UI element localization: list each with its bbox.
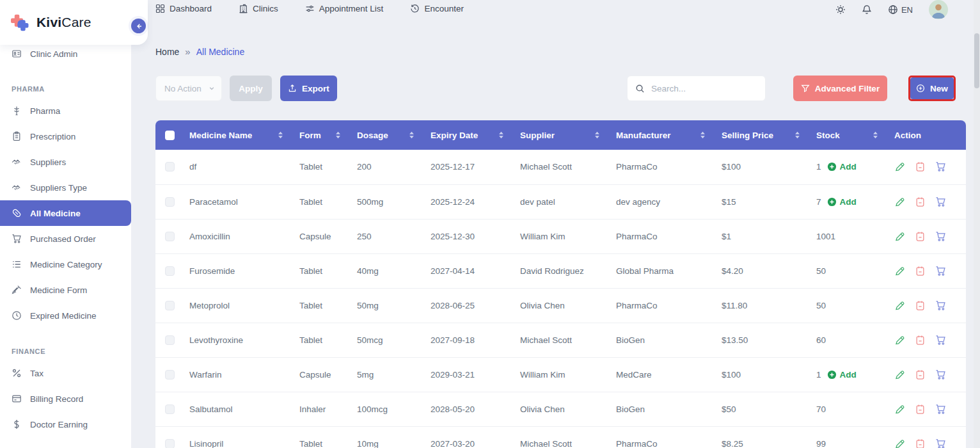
- edit-button[interactable]: [894, 300, 905, 311]
- sort-icon[interactable]: [278, 131, 283, 139]
- language-selector[interactable]: EN: [888, 4, 913, 15]
- edit-button[interactable]: [894, 438, 905, 448]
- column-header-form[interactable]: Form: [291, 131, 349, 140]
- sort-icon[interactable]: [794, 131, 800, 139]
- advanced-filter-button[interactable]: Advanced Filter: [793, 76, 887, 101]
- cell-medicine-name: df: [181, 150, 291, 184]
- sidebar-item-tax[interactable]: Tax: [0, 360, 131, 386]
- edit-button[interactable]: [894, 231, 905, 242]
- purchase-cart-button[interactable]: [935, 335, 946, 346]
- user-avatar[interactable]: [929, 0, 948, 19]
- nav-item-dashboard[interactable]: Dashboard: [155, 4, 212, 13]
- sidebar-section-finance: FINANCE: [0, 328, 131, 360]
- purchase-cart-button[interactable]: [935, 369, 946, 380]
- notifications-button[interactable]: [862, 4, 872, 15]
- bulk-action-select[interactable]: No Action: [155, 76, 222, 101]
- purchase-cart-button[interactable]: [935, 231, 946, 242]
- edit-button[interactable]: [894, 369, 905, 380]
- syringe-icon: [12, 285, 22, 295]
- row-checkbox[interactable]: [165, 335, 175, 345]
- delete-button[interactable]: [915, 161, 926, 172]
- purchase-cart-button[interactable]: [935, 266, 946, 276]
- plus-circle-icon: [827, 162, 837, 172]
- column-header-selling-price[interactable]: Selling Price: [713, 131, 808, 140]
- table-row: Warfarin Capsule 5mg 2029-03-21 William …: [155, 357, 966, 392]
- sort-icon[interactable]: [335, 131, 341, 139]
- column-header-dosage[interactable]: Dosage: [349, 131, 422, 140]
- sidebar-item-suppliers-type[interactable]: Suppliers Type: [0, 175, 131, 200]
- cell-medicine-name: Amoxicillin: [181, 219, 291, 253]
- column-header-expiry-date[interactable]: Expiry Date: [422, 131, 512, 140]
- new-button[interactable]: New: [910, 77, 954, 99]
- row-checkbox[interactable]: [165, 266, 175, 276]
- sidebar-item-doctor-earning[interactable]: Doctor Earning: [0, 412, 131, 437]
- sort-icon[interactable]: [873, 131, 878, 139]
- sidebar-item-medicine-category[interactable]: Medicine Category: [0, 252, 131, 277]
- stock-add-badge[interactable]: Add: [827, 162, 857, 172]
- delete-button[interactable]: [915, 335, 926, 346]
- sidebar-item-all-medicine[interactable]: All Medicine: [0, 200, 131, 226]
- delete-button[interactable]: [915, 438, 926, 448]
- edit-button[interactable]: [894, 196, 905, 207]
- delete-button[interactable]: [915, 404, 926, 415]
- select-all-checkbox[interactable]: [165, 131, 175, 140]
- row-checkbox[interactable]: [165, 370, 175, 380]
- nav-item-clinics[interactable]: Clinics: [239, 4, 278, 13]
- cell-dosage: 100mcg: [349, 392, 422, 426]
- purchase-cart-button[interactable]: [935, 300, 946, 311]
- funnel-icon: [801, 84, 810, 93]
- sidebar-item-clinic-admin[interactable]: Clinic Admin: [0, 41, 131, 67]
- sidebar-item-pharma[interactable]: Pharma: [0, 98, 131, 124]
- sidebar-item-billing-record[interactable]: Billing Record: [0, 386, 131, 412]
- column-header-stock[interactable]: Stock: [808, 131, 886, 140]
- stock-add-badge[interactable]: Add: [827, 197, 857, 207]
- purchase-cart-button[interactable]: [935, 404, 946, 415]
- search-input[interactable]: [651, 84, 757, 93]
- sort-icon[interactable]: [498, 131, 504, 139]
- column-header-manufacturer[interactable]: Manufacturer: [608, 131, 713, 140]
- stock-add-badge[interactable]: Add: [827, 370, 857, 380]
- edit-button[interactable]: [894, 404, 905, 415]
- purchase-cart-button[interactable]: [935, 161, 946, 172]
- delete-button[interactable]: [915, 231, 926, 242]
- nav-item-encounter[interactable]: Encounter: [410, 4, 464, 13]
- edit-button[interactable]: [894, 335, 905, 346]
- column-header-medicine-name[interactable]: Medicine Name: [181, 131, 291, 140]
- purchase-cart-button[interactable]: [935, 438, 946, 448]
- cell-selling-price: $1: [713, 219, 808, 253]
- sidebar-item-expired-medicine[interactable]: Expired Medicine: [0, 303, 131, 328]
- row-checkbox[interactable]: [165, 404, 175, 414]
- row-checkbox[interactable]: [165, 301, 175, 310]
- delete-button[interactable]: [915, 369, 926, 380]
- sort-icon[interactable]: [700, 131, 706, 139]
- sidebar-item-label: All Medicine: [30, 209, 81, 218]
- delete-button[interactable]: [915, 196, 926, 207]
- sidebar-collapse-button[interactable]: [131, 19, 146, 33]
- edit-button[interactable]: [894, 266, 905, 276]
- row-checkbox[interactable]: [165, 232, 175, 241]
- sort-icon[interactable]: [594, 131, 600, 139]
- sidebar-item-suppliers[interactable]: Suppliers: [0, 149, 131, 175]
- nav-item-appointment-list[interactable]: Appointment List: [305, 4, 384, 13]
- sidebar-item-purchased-order[interactable]: Purchased Order: [0, 226, 131, 252]
- delete-button[interactable]: [915, 266, 926, 276]
- cart-icon: [935, 335, 946, 346]
- cell-expiry-date: 2028-06-25: [422, 288, 512, 323]
- row-checkbox[interactable]: [165, 439, 175, 448]
- delete-icon: [915, 404, 926, 415]
- theme-toggle-button[interactable]: [835, 4, 846, 15]
- apply-button[interactable]: Apply: [230, 76, 272, 101]
- sidebar-item-medicine-form[interactable]: Medicine Form: [0, 277, 131, 303]
- column-header-supplier[interactable]: Supplier: [512, 131, 608, 140]
- sort-icon[interactable]: [409, 131, 415, 139]
- row-checkbox[interactable]: [165, 197, 175, 207]
- row-checkbox[interactable]: [165, 162, 175, 172]
- delete-button[interactable]: [915, 300, 926, 311]
- export-button[interactable]: Export: [280, 76, 337, 101]
- breadcrumb-home[interactable]: Home: [155, 47, 179, 57]
- sidebar-item-prescription[interactable]: Prescription: [0, 124, 131, 149]
- edit-button[interactable]: [894, 161, 905, 172]
- scrollbar-track[interactable]: [974, 0, 980, 448]
- purchase-cart-button[interactable]: [935, 196, 946, 207]
- scrollbar-thumb[interactable]: [974, 33, 979, 88]
